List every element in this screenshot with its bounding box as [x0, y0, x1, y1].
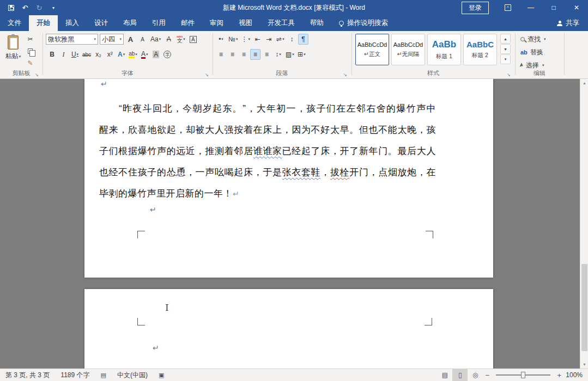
undo-icon: ↶ — [22, 4, 28, 12]
tab-home[interactable]: 开始 — [29, 15, 58, 31]
bold-button[interactable]: B — [47, 49, 57, 60]
macro-record-button[interactable]: ▣ — [153, 369, 169, 381]
margin-crop-mark — [425, 318, 432, 325]
styles-scroll-down-button[interactable]: ▼ — [500, 44, 511, 54]
zoom-in-button[interactable]: + — [555, 371, 563, 379]
find-button[interactable]: 查找 ▾ — [520, 34, 546, 45]
signin-button[interactable]: 登录 — [462, 2, 489, 14]
cut-button[interactable]: ✂ — [25, 34, 35, 45]
customize-quick-access-button[interactable]: ▾ — [47, 1, 60, 14]
font-color-button[interactable]: A▾ — [140, 49, 150, 60]
web-layout-button[interactable]: ◎ — [468, 369, 483, 381]
character-shading-button[interactable]: A — [151, 49, 161, 60]
text-effects-button[interactable]: A▾ — [116, 49, 126, 60]
increase-indent-button[interactable]: ⇥ — [264, 34, 274, 45]
bullets-button[interactable]: •▾ — [216, 34, 226, 45]
distribute-button[interactable]: ≡ — [262, 49, 272, 60]
numbering-button[interactable]: №▾ — [227, 34, 239, 45]
tab-developer[interactable]: 开发工具 — [260, 15, 302, 31]
search-icon — [520, 37, 525, 41]
align-center-button[interactable]: ≡ — [227, 49, 238, 60]
italic-button[interactable]: I — [58, 49, 69, 60]
styles-scroll-up-button[interactable]: ▲ — [500, 34, 511, 44]
proofing-status-button[interactable]: ▤ — [95, 369, 112, 381]
shading-button[interactable]: ▨▾ — [284, 49, 295, 60]
tab-help[interactable]: 帮助 — [302, 15, 331, 31]
font-size-combo[interactable]: 小四▾ — [100, 34, 124, 45]
style-heading1[interactable]: AaBb 标题 1 — [427, 34, 461, 65]
clipboard-dialog-launcher[interactable]: ↘ — [35, 72, 39, 77]
line-spacing-button[interactable]: ↕▾ — [273, 49, 283, 60]
word-count[interactable]: 1189 个字 — [55, 369, 95, 381]
scroll-up-arrow[interactable]: ▲ — [580, 79, 588, 87]
tab-review[interactable]: 审阅 — [202, 15, 231, 31]
phonetic-guide-button[interactable]: wén文▾ — [175, 34, 186, 45]
tab-design[interactable]: 设计 — [87, 15, 116, 31]
sort-button[interactable]: ↕ — [287, 34, 297, 45]
underline-button[interactable]: U▾ — [70, 49, 80, 60]
show-formatting-marks-button[interactable]: ¶ — [298, 34, 308, 45]
maximize-button[interactable]: □ — [542, 0, 565, 15]
style-normal[interactable]: AaBbCcDd ↵正文 — [355, 34, 389, 65]
replace-button[interactable]: ab 替换 — [520, 47, 543, 58]
tab-view[interactable]: 视图 — [231, 15, 260, 31]
enclose-characters-button[interactable]: 字 — [162, 49, 173, 60]
justify-button[interactable]: ≡ — [250, 49, 260, 60]
style-no-spacing[interactable]: AaBbCcDd ↵无间隔 — [391, 34, 425, 65]
paragraph-dialog-launcher[interactable]: ↘ — [343, 72, 347, 77]
scroll-down-arrow[interactable]: ▼ — [580, 360, 588, 368]
grow-font-button[interactable]: A — [125, 34, 136, 45]
minimize-button[interactable]: — — [519, 0, 542, 15]
style-heading2[interactable]: AaBbC 标题 2 — [463, 34, 497, 65]
tab-file[interactable]: 文件 — [0, 15, 29, 31]
zoom-slider[interactable] — [496, 374, 550, 376]
document-page-2[interactable]: ↵ “昨夜斗回北，今朝岁起东。”，大年初一，孩子们在左邻右舍的爆竹声中醒来，欣喜… — [84, 79, 493, 278]
tab-references[interactable]: 引用 — [144, 15, 173, 31]
paragraph-mark: ↵ — [153, 343, 159, 352]
character-border-button[interactable]: A — [188, 34, 198, 45]
zoom-slider-thumb[interactable] — [521, 372, 525, 378]
zoom-out-button[interactable]: − — [483, 371, 492, 379]
subscript-button[interactable]: x₂ — [93, 49, 104, 60]
undo-button[interactable]: ↶ — [19, 1, 32, 14]
styles-dialog-launcher[interactable]: ↘ — [507, 72, 511, 77]
format-painter-button[interactable]: ✎ — [25, 58, 35, 69]
read-mode-button[interactable]: ▤ — [437, 369, 452, 381]
copy-button[interactable] — [25, 46, 35, 57]
superscript-button[interactable]: x² — [105, 49, 115, 60]
align-left-button[interactable]: ≡ — [216, 49, 226, 60]
scrollbar-thumb[interactable] — [581, 264, 587, 351]
vertical-scrollbar[interactable]: ▲ ▼ — [580, 79, 588, 368]
shrink-font-button[interactable]: A — [137, 34, 148, 45]
ribbon: 粘贴▾ ✂ ✎ 剪贴板 ↘ 微软雅黑▾ 小四▾ A A Aa▾ A wén文▾ … — [0, 31, 588, 79]
tab-mailings[interactable]: 邮件 — [173, 15, 202, 31]
print-layout-button[interactable]: ▯ — [452, 369, 468, 381]
close-button[interactable]: ✕ — [565, 0, 588, 15]
borders-button[interactable]: ⊞▾ — [296, 49, 307, 60]
font-dialog-launcher[interactable]: ↘ — [205, 72, 209, 77]
tab-insert[interactable]: 插入 — [58, 15, 87, 31]
paste-button[interactable]: 粘贴▾ — [3, 34, 23, 72]
font-family-combo[interactable]: 微软雅黑▾ — [46, 34, 98, 45]
multilevel-list-button[interactable]: ⋮▾ — [240, 34, 251, 45]
document-page-3[interactable]: I ↵ — [84, 289, 493, 368]
save-button[interactable] — [4, 1, 17, 14]
language-indicator[interactable]: 中文(中国) — [112, 369, 153, 381]
share-button[interactable]: 共享 — [548, 15, 588, 31]
tell-me-search[interactable]: 操作说明搜索 — [331, 15, 396, 31]
proofing-book-icon: ▤ — [101, 372, 106, 379]
redo-button[interactable]: ↻ — [33, 1, 46, 14]
ribbon-display-options-button[interactable]: ^ — [496, 0, 519, 15]
text-run: ↵ — [233, 189, 239, 198]
zoom-level[interactable]: 100% — [563, 371, 588, 379]
decrease-indent-button[interactable]: ⇤ — [252, 34, 263, 45]
align-right-button[interactable]: ≡ — [239, 49, 249, 60]
tab-layout[interactable]: 布局 — [116, 15, 144, 31]
change-case-button[interactable]: Aa▾ — [149, 34, 162, 45]
page-indicator[interactable]: 第 3 页, 共 3 页 — [0, 369, 55, 381]
clear-formatting-button[interactable]: A — [163, 34, 174, 45]
highlight-color-button[interactable]: ab▾ — [128, 49, 138, 60]
strikethrough-button[interactable]: abc — [81, 49, 92, 60]
styles-more-button[interactable]: ▾ — [500, 54, 511, 64]
asian-layout-button[interactable]: ⇌▾ — [275, 34, 286, 45]
